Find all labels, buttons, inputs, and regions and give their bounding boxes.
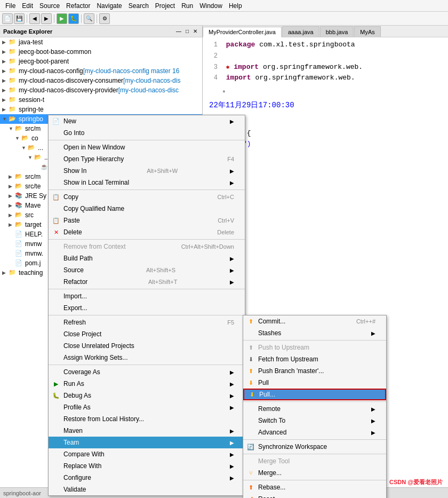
- arrow-icon: ▶: [2, 88, 9, 93]
- tab-aaaa[interactable]: aaaa.java: [282, 26, 319, 37]
- ctx-close-unrelated[interactable]: Close Unrelated Projects: [49, 340, 245, 352]
- tab-myprovider[interactable]: MyProviderController.java: [203, 27, 282, 37]
- toolbar-run[interactable]: ▶: [57, 13, 67, 24]
- code-line-1: 1 package com.xl.test.springboota: [205, 39, 446, 51]
- ctx-new[interactable]: 📄 New ▶: [49, 115, 245, 127]
- ctx-assign-working[interactable]: Assign Working Sets...: [49, 352, 245, 363]
- ctx-pull-dots[interactable]: ⬇ Pull...: [243, 389, 386, 400]
- ctx-validate[interactable]: Validate: [49, 484, 245, 495]
- toolbar-sep3: [81, 14, 82, 23]
- ctx-paste[interactable]: 📋 Paste Ctrl+V: [49, 215, 245, 226]
- toolbar-search[interactable]: 🔍: [84, 13, 94, 24]
- toolbar-settings[interactable]: ⚙: [99, 13, 110, 24]
- ctx-compare-with[interactable]: Compare With ▶: [49, 448, 245, 460]
- ctx-refactor[interactable]: Refactor Alt+Shift+T▶: [49, 276, 245, 288]
- ctx-debug-as[interactable]: 🐛 Debug As ▶: [49, 390, 245, 401]
- ctx-source[interactable]: Source Alt+Shift+S▶: [49, 264, 245, 276]
- item-label: ...: [38, 144, 43, 152]
- watermark: CSDN @爱看老照片: [389, 478, 443, 486]
- team-sep4: [243, 454, 386, 454]
- menu-edit[interactable]: Edit: [19, 1, 36, 11]
- ctx-show-terminal[interactable]: Show in Local Terminal ▶: [49, 177, 245, 188]
- ctx-pull[interactable]: ⬇ Pull: [243, 377, 386, 389]
- ctx-team[interactable]: Team ▶: [49, 437, 245, 448]
- toolbar-forward[interactable]: ▶: [41, 13, 52, 24]
- ctx-configure[interactable]: Configure ▶: [49, 472, 245, 484]
- panel-maximize[interactable]: □: [184, 28, 190, 35]
- ctx-delete[interactable]: ✕ Delete Delete: [49, 226, 245, 238]
- menu-run[interactable]: Run: [178, 1, 196, 11]
- ctx-replace-with[interactable]: Replace With ▶: [49, 460, 245, 472]
- ctx-copy[interactable]: 📋 Copy Ctrl+C: [49, 191, 245, 203]
- code-comment-star: *: [205, 89, 226, 97]
- toolbar-save[interactable]: 💾: [14, 13, 25, 24]
- ctx-remote[interactable]: Remote ▶: [243, 403, 386, 415]
- panel-minimize[interactable]: —: [174, 28, 183, 35]
- ctx-reset[interactable]: ↺ Reset...: [243, 493, 386, 498]
- item-label: spring-te: [19, 106, 44, 113]
- tree-item-java-test[interactable]: ▶ 📁 java-test: [0, 37, 202, 47]
- ctx-close-project[interactable]: Close Project: [49, 328, 245, 340]
- menu-search[interactable]: Search: [125, 1, 152, 11]
- ctx-refresh[interactable]: Refresh F5: [49, 317, 245, 328]
- ctx-run-as[interactable]: ▶ Run As ▶: [49, 378, 245, 390]
- ctx-sync-workspace[interactable]: 🔄 Synchronize Workspace: [243, 441, 386, 453]
- tab-myas[interactable]: MyAs: [354, 26, 381, 37]
- ctx-open-window[interactable]: Open in New Window: [49, 141, 245, 153]
- ctx-stashes[interactable]: Stashes ▶: [243, 327, 386, 339]
- menu-project[interactable]: Project: [152, 1, 178, 11]
- item-extra: [my-cloud-nacos-dis: [123, 77, 180, 84]
- ctx-go-into[interactable]: Go Into: [49, 127, 245, 139]
- ctx-push-branch[interactable]: ⬆ Push Branch 'master'...: [243, 365, 386, 377]
- keyword: import: [234, 63, 259, 71]
- item-label: HELP.: [25, 231, 43, 238]
- line-num: 1: [205, 40, 218, 50]
- tree-item-nacos-provider[interactable]: ▶ 📁 my-cloud-nacos-discovery-provider [m…: [0, 85, 202, 95]
- tree-item-nacos-config[interactable]: ▶ 📁 my-cloud-nacos-config [my-cloud-naco…: [0, 66, 202, 76]
- tree-item-nacos-consumer[interactable]: ▶ 📁 my-cloud-nacos-discovery-consumer [m…: [0, 76, 202, 85]
- item-label: src/te: [25, 183, 41, 190]
- ctx-advanced[interactable]: Advanced ▶: [243, 426, 386, 438]
- ctx-coverage-as[interactable]: Coverage As ▶: [49, 366, 245, 378]
- team-sep1: [243, 340, 386, 341]
- tree-item-jeecg-parent[interactable]: ▶ 📁 jeecg-boot-parent: [0, 57, 202, 66]
- arrow-icon: ▶: [9, 222, 15, 227]
- status-text: springboot-aor: [3, 490, 41, 496]
- toolbar-back[interactable]: ◀: [29, 13, 40, 24]
- menu-file[interactable]: File: [2, 1, 19, 11]
- menu-window[interactable]: Window: [196, 1, 226, 11]
- tree-item-session[interactable]: ▶ 📁 session-t: [0, 95, 202, 105]
- folder-icon: 📁: [9, 106, 17, 113]
- ctx-build-path[interactable]: Build Path ▶: [49, 252, 245, 264]
- panel-close[interactable]: ✕: [191, 28, 199, 35]
- ctx-open-hierarchy[interactable]: Open Type Hierarchy F4: [49, 153, 245, 165]
- menu-source[interactable]: Source: [36, 1, 63, 11]
- tree-item-spring-te[interactable]: ▶ 📁 spring-te: [0, 105, 202, 114]
- ctx-show-in[interactable]: Show In Alt+Shift+W▶: [49, 165, 245, 177]
- ctx-export[interactable]: Export...: [49, 302, 245, 314]
- tree-item-jeecg-base[interactable]: ▶ 📁 jeecg-boot-base-common: [0, 47, 202, 57]
- ctx-restore-history[interactable]: Restore from Local History...: [49, 413, 245, 425]
- ctx-switch-to[interactable]: Switch To ▶: [243, 415, 386, 426]
- push-branch-icon: ⬆: [246, 367, 255, 375]
- tab-bbb[interactable]: bbb.java: [320, 26, 354, 37]
- ctx-sep2: [49, 189, 245, 190]
- ctx-commit[interactable]: ⬆ Commit... Ctrl++#: [243, 315, 386, 327]
- menu-refactor[interactable]: Refactor: [63, 1, 93, 11]
- ctx-fetch-upstream[interactable]: ⬇ Fetch from Upstream: [243, 353, 386, 365]
- ctx-copy-qualified[interactable]: Copy Qualified Name: [49, 203, 245, 215]
- copy-icon: 📋: [52, 193, 60, 201]
- code-line-2: 2: [205, 51, 446, 62]
- menu-navigate[interactable]: Navigate: [93, 1, 125, 11]
- toolbar-debug[interactable]: 🐛: [68, 13, 79, 24]
- ctx-rebase[interactable]: ⬆ Rebase...: [243, 481, 386, 493]
- ctx-profile-as[interactable]: Profile As ▶: [49, 401, 245, 413]
- sync-icon: 🔄: [246, 442, 255, 451]
- ctx-maven[interactable]: Maven ▶: [49, 425, 245, 437]
- item-label: springbo: [19, 115, 43, 123]
- toolbar-new[interactable]: 📄: [2, 13, 13, 24]
- ctx-import[interactable]: Import...: [49, 290, 245, 302]
- panel-actions: — □ ✕: [174, 28, 199, 35]
- menu-help[interactable]: Help: [226, 1, 245, 11]
- ctx-merge[interactable]: ⑂ Merge...: [243, 467, 386, 479]
